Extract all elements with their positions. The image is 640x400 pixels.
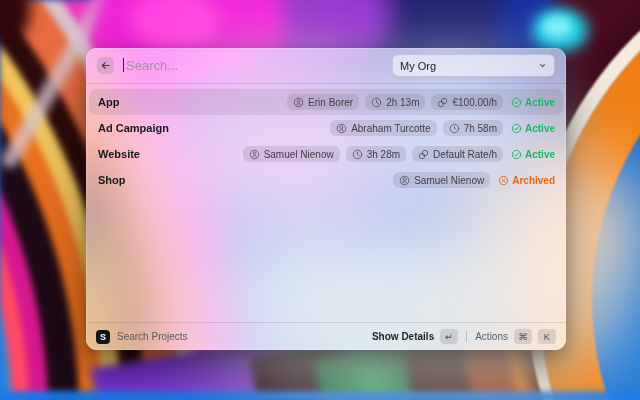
user-circle-icon	[399, 175, 410, 186]
back-button[interactable]	[97, 57, 114, 74]
chevron-down-icon	[538, 61, 547, 70]
text-caret	[123, 58, 124, 72]
actions-label: Actions	[475, 331, 508, 342]
project-list: AppErin Borer2h 13m€100.00/hActiveAd Cam…	[86, 84, 566, 193]
coins-icon	[418, 149, 429, 160]
search-input[interactable]	[122, 58, 384, 73]
project-badge: Samuel Nienow	[243, 146, 340, 162]
check-circle-icon	[511, 149, 522, 160]
empty-area	[86, 193, 566, 322]
badge-label: Samuel Nienow	[414, 175, 484, 186]
badge-label: €100.00/h	[452, 97, 497, 108]
clock-icon	[371, 97, 382, 108]
org-select-value: My Org	[400, 60, 436, 72]
clock-icon	[352, 149, 363, 160]
project-badge: Default Rate/h	[412, 146, 503, 162]
badge-group: Samuel Nienow	[393, 172, 490, 188]
actions-button[interactable]: Actions ⌘ K	[475, 329, 556, 344]
k-keycap: K	[538, 329, 556, 344]
project-badge: Erin Borer	[287, 94, 359, 110]
check-circle-icon	[511, 123, 522, 134]
status-label: Active	[525, 97, 555, 108]
org-select[interactable]: My Org	[392, 54, 555, 77]
show-details-button[interactable]: Show Details ↵	[372, 329, 458, 344]
project-badge: 7h 58m	[443, 120, 503, 136]
command-palette-window: My Org AppErin Borer2h 13m€100.00/hActiv…	[86, 48, 566, 350]
search-bar: My Org	[86, 48, 566, 83]
badge-label: Samuel Nienow	[264, 149, 334, 160]
project-name: Shop	[98, 174, 126, 186]
project-name: Ad Campaign	[98, 122, 169, 134]
project-badge: Samuel Nienow	[393, 172, 490, 188]
badge-label: Erin Borer	[308, 97, 353, 108]
status-active: Active	[511, 149, 555, 160]
app-logo: S	[96, 330, 110, 344]
project-badge: 3h 28m	[346, 146, 406, 162]
footer-actions: Show Details ↵ Actions ⌘ K	[372, 329, 556, 344]
clock-icon	[449, 123, 460, 134]
check-circle-icon	[511, 97, 522, 108]
status-label: Active	[525, 123, 555, 134]
badge-label: 3h 28m	[367, 149, 400, 160]
status-label: Active	[525, 149, 555, 160]
cmd-keycap: ⌘	[514, 329, 532, 344]
status-archived: Archived	[498, 175, 555, 186]
project-row[interactable]: ShopSamuel NienowArchived	[89, 167, 563, 193]
user-circle-icon	[293, 97, 304, 108]
enter-keycap: ↵	[440, 329, 458, 344]
badge-label: 7h 58m	[464, 123, 497, 134]
show-details-label: Show Details	[372, 331, 434, 342]
footer-app-name: Search Projects	[117, 331, 188, 342]
x-circle-icon	[498, 175, 509, 186]
badge-label: 2h 13m	[386, 97, 419, 108]
status-active: Active	[511, 97, 555, 108]
project-badge: 2h 13m	[365, 94, 425, 110]
user-circle-icon	[336, 123, 347, 134]
project-row[interactable]: AppErin Borer2h 13m€100.00/hActive	[89, 89, 563, 115]
project-badge: Abraham Turcotte	[330, 120, 436, 136]
badge-group: Erin Borer2h 13m€100.00/h	[287, 94, 503, 110]
status-label: Archived	[512, 175, 555, 186]
search-field[interactable]	[122, 48, 384, 83]
project-row[interactable]: Ad CampaignAbraham Turcotte7h 58mActive	[89, 115, 563, 141]
badge-group: Abraham Turcotte7h 58m	[330, 120, 503, 136]
arrow-left-icon	[100, 60, 111, 71]
project-row[interactable]: WebsiteSamuel Nienow3h 28mDefault Rate/h…	[89, 141, 563, 167]
wallpaper-cyan-core	[542, 16, 572, 38]
project-name: App	[98, 96, 119, 108]
wallpaper-bottom-blue-bar	[0, 391, 640, 400]
status-active: Active	[511, 123, 555, 134]
badge-label: Abraham Turcotte	[351, 123, 430, 134]
project-name: Website	[98, 148, 140, 160]
footer-separator	[466, 331, 467, 342]
badge-group: Samuel Nienow3h 28mDefault Rate/h	[243, 146, 503, 162]
user-circle-icon	[249, 149, 260, 160]
badge-label: Default Rate/h	[433, 149, 497, 160]
project-badge: €100.00/h	[431, 94, 503, 110]
coins-icon	[437, 97, 448, 108]
footer-bar: S Search Projects Show Details ↵ Actions…	[86, 322, 566, 350]
